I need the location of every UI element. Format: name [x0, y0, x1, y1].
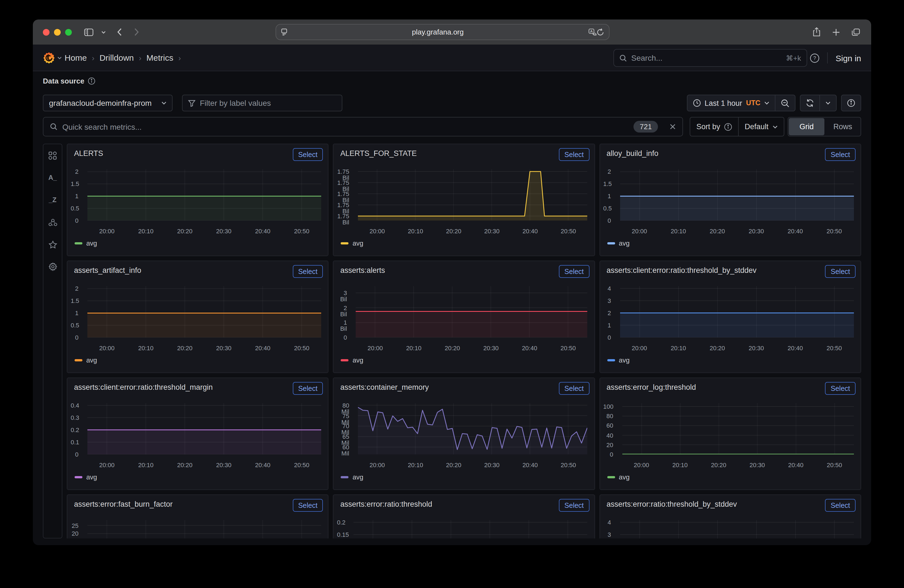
sign-in-button[interactable]: Sign in [836, 53, 861, 63]
panel-select-button[interactable]: Select [292, 382, 323, 395]
x-axis-tick-label: 20:10 [672, 462, 688, 468]
zoom-window-button[interactable] [65, 28, 72, 35]
panel-legend[interactable]: avg [74, 356, 97, 364]
sort-by-select[interactable]: Default [738, 117, 784, 136]
panel-legend[interactable]: avg [341, 473, 363, 481]
y-axis-tick-label: 0 [337, 335, 347, 341]
clear-search-icon[interactable] [670, 123, 676, 130]
filter-icon [188, 100, 195, 107]
x-axis-tick-label: 20:40 [522, 345, 537, 351]
panel-legend[interactable]: avg [74, 239, 97, 247]
page-settings-icon[interactable] [281, 28, 287, 36]
group-cluster-icon[interactable] [48, 218, 57, 227]
x-axis-tick-label: 20:30 [749, 345, 764, 351]
breadcrumb-metrics[interactable]: Metrics [146, 53, 174, 62]
share-icon[interactable] [813, 27, 820, 37]
close-window-button[interactable] [43, 28, 49, 35]
refresh-button[interactable] [800, 95, 819, 111]
y-axis-tick-label: 3 [603, 298, 611, 304]
help-icon[interactable]: ? [810, 53, 819, 63]
view-grid-option[interactable]: Grid [789, 118, 824, 135]
panel-select-button[interactable]: Select [559, 382, 589, 395]
panel-select-button[interactable]: Select [559, 148, 589, 161]
panel-legend[interactable]: avg [341, 239, 363, 247]
time-series-chart[interactable] [354, 520, 588, 539]
panel-select-button[interactable]: Select [292, 148, 323, 161]
org-switcher-chevron-icon[interactable] [57, 56, 62, 60]
minimize-window-button[interactable] [54, 28, 61, 35]
address-bar[interactable]: play.grafana.org A [275, 24, 610, 40]
legend-series-name: avg [352, 473, 363, 481]
label-filter-input[interactable]: Filter by label values [182, 95, 342, 111]
breadcrumb-drilldown[interactable]: Drilldown [100, 53, 134, 62]
panel-select-button[interactable]: Select [825, 265, 856, 278]
new-tab-icon[interactable] [832, 28, 840, 36]
x-axis-tick-label: 20:00 [634, 462, 649, 468]
panel-select-button[interactable]: Select [559, 265, 589, 278]
x-axis-tick-label: 20:40 [255, 228, 270, 234]
time-series-chart[interactable] [620, 286, 853, 337]
chevron-down-icon [764, 101, 769, 105]
time-series-chart[interactable] [87, 403, 321, 454]
panel-select-button[interactable]: Select [825, 382, 856, 395]
panel-title: asserts:container_memory [340, 383, 429, 392]
metric-panel: alloy_build_infoSelect21.510.5020:0020:1… [599, 144, 861, 256]
reload-icon[interactable] [597, 28, 604, 36]
page-info-button[interactable] [842, 95, 861, 111]
refresh-interval-button[interactable] [819, 95, 836, 111]
x-axis-tick-label: 20:20 [446, 462, 461, 468]
time-series-chart[interactable] [87, 169, 321, 220]
time-series-chart[interactable] [358, 403, 588, 454]
panel-select-button[interactable]: Select [292, 265, 323, 278]
grafana-logo[interactable] [43, 52, 55, 64]
time-series-chart[interactable] [620, 520, 853, 539]
y-axis-tick-label: 2 [603, 169, 611, 175]
x-axis-tick-label: 20:20 [177, 228, 192, 234]
panel-legend[interactable]: avg [74, 473, 97, 481]
x-axis-tick-label: 20:10 [671, 345, 686, 351]
time-series-chart[interactable] [356, 286, 588, 337]
breadcrumb-separator-icon: › [139, 53, 141, 62]
x-axis-tick-label: 20:20 [710, 345, 725, 351]
settings-gear-icon[interactable] [48, 262, 57, 271]
tab-overview-icon[interactable] [852, 28, 860, 36]
forward-button[interactable] [134, 28, 139, 36]
back-button[interactable] [117, 28, 122, 36]
quick-search-input[interactable]: Quick search metrics... 721 [43, 117, 683, 136]
zoom-out-time-button[interactable] [775, 95, 795, 111]
data-source-select[interactable]: grafanacloud-demoinfra-prom [43, 95, 172, 111]
translate-icon[interactable]: A [588, 28, 597, 36]
panel-legend[interactable]: avg [607, 239, 630, 247]
y-axis-tick-label: 0 [603, 452, 613, 458]
all-metrics-icon[interactable] [48, 151, 57, 160]
sidebar-toggle-icon[interactable] [84, 28, 93, 36]
global-search-input[interactable]: Search... ⌘+k [613, 49, 807, 67]
time-series-chart[interactable] [87, 286, 321, 337]
panel-select-button[interactable]: Select [825, 148, 856, 161]
info-icon[interactable] [88, 77, 95, 85]
metric-panel: asserts:alertsSelect3 Bil2 Bil1 Bil020:0… [333, 261, 595, 373]
sort-a-first-icon[interactable]: A_ [48, 173, 57, 182]
panel-legend[interactable]: avg [341, 356, 363, 364]
time-series-chart[interactable] [622, 403, 853, 454]
chevron-down-icon [161, 101, 166, 105]
time-series-chart[interactable] [620, 169, 853, 220]
panel-select-button[interactable]: Select [825, 499, 856, 512]
info-icon[interactable] [724, 123, 732, 131]
grafana-header: Home › Drilldown › Metrics › Search... ⌘… [33, 44, 871, 71]
time-series-chart[interactable] [358, 169, 588, 220]
view-rows-option[interactable]: Rows [825, 117, 861, 136]
sort-z-first-icon[interactable]: _Z [48, 196, 57, 204]
sidebar-chevron-icon[interactable] [101, 30, 106, 34]
panel-select-button[interactable]: Select [559, 499, 589, 512]
time-range-button[interactable]: Last 1 hour UTC [687, 95, 775, 111]
metric-panel: ALERTSSelect21.510.5020:0020:1020:2020:3… [67, 144, 329, 256]
bookmarks-star-icon[interactable] [48, 240, 57, 249]
clock-icon [693, 99, 701, 107]
metric-panel: asserts:error:fast_burn_factorSelect2520… [67, 495, 329, 539]
time-series-chart[interactable] [87, 520, 321, 539]
panel-select-button[interactable]: Select [292, 499, 323, 512]
panel-legend[interactable]: avg [607, 473, 630, 481]
panel-legend[interactable]: avg [607, 356, 630, 364]
breadcrumb-home[interactable]: Home [65, 53, 87, 62]
